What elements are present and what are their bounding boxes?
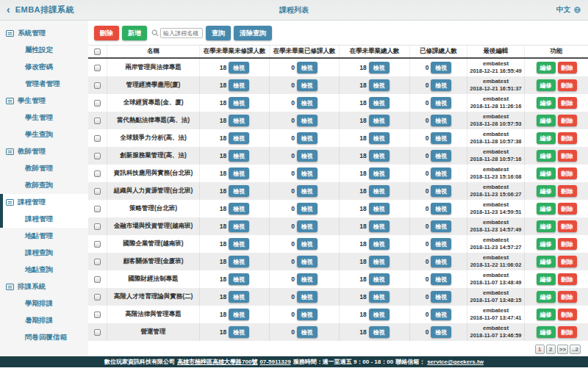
view-button[interactable]: 檢視 bbox=[229, 62, 249, 73]
view-button[interactable]: 檢視 bbox=[431, 273, 451, 285]
row-checkbox[interactable] bbox=[94, 311, 101, 318]
delete-button[interactable]: 刪除 bbox=[558, 115, 577, 126]
add-course-button[interactable]: 新增 bbox=[122, 26, 147, 40]
view-button[interactable]: 檢視 bbox=[431, 115, 451, 126]
sidebar-section-系統管理[interactable]: 系統管理 bbox=[0, 25, 88, 42]
view-button[interactable]: 檢視 bbox=[431, 132, 451, 144]
page-button-2[interactable]: 2 bbox=[546, 345, 556, 354]
view-button[interactable]: 檢視 bbox=[229, 220, 249, 232]
row-checkbox[interactable] bbox=[94, 118, 101, 124]
delete-button[interactable]: 刪除 bbox=[558, 238, 577, 250]
row-checkbox[interactable] bbox=[94, 294, 101, 300]
view-button[interactable]: 檢視 bbox=[229, 203, 249, 215]
view-button[interactable]: 檢視 bbox=[369, 256, 390, 267]
row-checkbox[interactable] bbox=[94, 65, 101, 71]
language-switch[interactable]: 中文 bbox=[556, 5, 570, 15]
sidebar-section-教師管理[interactable]: 教師管理 bbox=[0, 143, 88, 160]
edit-button[interactable]: 編修 bbox=[537, 203, 556, 215]
view-button[interactable]: 檢視 bbox=[369, 273, 390, 285]
edit-button[interactable]: 編修 bbox=[537, 62, 556, 73]
edit-button[interactable]: 編修 bbox=[537, 150, 556, 162]
view-button[interactable]: 檢視 bbox=[297, 97, 318, 109]
view-button[interactable]: 檢視 bbox=[297, 132, 318, 144]
delete-button[interactable]: 刪除 bbox=[558, 97, 577, 109]
clear-search-button[interactable]: 清除查詢 bbox=[234, 26, 272, 40]
view-button[interactable]: 檢視 bbox=[229, 238, 249, 250]
delete-button[interactable]: 刪除 bbox=[558, 150, 577, 162]
view-button[interactable]: 檢視 bbox=[229, 326, 249, 338]
edit-button[interactable]: 編修 bbox=[537, 185, 556, 197]
row-checkbox[interactable] bbox=[94, 276, 101, 283]
edit-button[interactable]: 編修 bbox=[537, 309, 556, 320]
sidebar-item-管理者管理[interactable]: 管理者管理 bbox=[0, 76, 88, 93]
delete-button[interactable]: 刪除 bbox=[558, 132, 577, 144]
edit-button[interactable]: 編修 bbox=[537, 97, 556, 109]
delete-button[interactable]: 刪除 bbox=[558, 168, 577, 179]
view-button[interactable]: 檢視 bbox=[297, 238, 318, 250]
sidebar-item-教師管理[interactable]: 教師管理 bbox=[0, 160, 88, 177]
edit-button[interactable]: 編修 bbox=[537, 256, 556, 267]
sidebar-item-學生查詢[interactable]: 學生查詢 bbox=[0, 126, 88, 143]
view-button[interactable]: 檢視 bbox=[369, 97, 390, 109]
edit-button[interactable]: 編修 bbox=[537, 132, 556, 144]
delete-button[interactable]: 刪除 bbox=[558, 326, 577, 338]
edit-button[interactable]: 編修 bbox=[537, 79, 556, 91]
delete-button[interactable]: 刪除 bbox=[558, 185, 577, 197]
course-search-input[interactable] bbox=[160, 28, 203, 38]
sidebar-item-學期排課[interactable]: 學期排課 bbox=[0, 295, 88, 312]
back-icon[interactable]: ‹ bbox=[7, 4, 10, 15]
view-button[interactable]: 檢視 bbox=[229, 97, 249, 109]
view-button[interactable]: 檢視 bbox=[229, 185, 249, 197]
page-button->>[interactable]: >> bbox=[557, 345, 568, 354]
sidebar-item-屬性設定[interactable]: 屬性設定 bbox=[0, 42, 88, 59]
view-button[interactable]: 檢視 bbox=[369, 62, 390, 73]
view-button[interactable]: 檢視 bbox=[431, 79, 451, 91]
row-checkbox[interactable] bbox=[94, 259, 101, 265]
row-checkbox[interactable] bbox=[94, 153, 101, 159]
view-button[interactable]: 檢視 bbox=[431, 185, 451, 197]
row-checkbox[interactable] bbox=[94, 100, 101, 107]
view-button[interactable]: 檢視 bbox=[297, 62, 318, 73]
view-button[interactable]: 檢視 bbox=[369, 185, 390, 197]
view-button[interactable]: 檢視 bbox=[229, 168, 249, 179]
sidebar-section-課程管理[interactable]: 課程管理 bbox=[0, 194, 88, 211]
sidebar-section-排課系統[interactable]: 排課系統 bbox=[0, 278, 88, 295]
edit-button[interactable]: 編修 bbox=[537, 220, 556, 232]
select-all-checkbox[interactable] bbox=[94, 48, 101, 55]
view-button[interactable]: 檢視 bbox=[369, 291, 390, 303]
delete-button[interactable]: 刪除 bbox=[558, 273, 577, 285]
view-button[interactable]: 檢視 bbox=[431, 326, 451, 338]
edit-button[interactable]: 編修 bbox=[537, 291, 556, 303]
view-button[interactable]: 檢視 bbox=[369, 150, 390, 162]
view-button[interactable]: 檢視 bbox=[369, 220, 390, 232]
view-button[interactable]: 檢視 bbox=[229, 273, 249, 285]
delete-button[interactable]: 刪除 bbox=[558, 203, 577, 215]
sidebar-item-地點查詢[interactable]: 地點查詢 bbox=[0, 262, 88, 278]
view-button[interactable]: 檢視 bbox=[297, 291, 318, 303]
delete-button[interactable]: 刪除 bbox=[558, 309, 577, 320]
view-button[interactable]: 檢視 bbox=[229, 150, 249, 162]
view-button[interactable]: 檢視 bbox=[369, 168, 390, 179]
row-checkbox[interactable] bbox=[94, 223, 101, 230]
view-button[interactable]: 檢視 bbox=[297, 220, 318, 232]
view-button[interactable]: 檢視 bbox=[431, 203, 451, 215]
footer-phone-link[interactable]: 07-5911329 bbox=[259, 359, 290, 365]
sidebar-item-學生管理[interactable]: 學生管理 bbox=[0, 109, 88, 126]
edit-button[interactable]: 編修 bbox=[537, 115, 556, 126]
edit-button[interactable]: 編修 bbox=[537, 238, 556, 250]
view-button[interactable]: 檢視 bbox=[369, 115, 390, 126]
view-button[interactable]: 檢視 bbox=[229, 115, 249, 126]
view-button[interactable]: 檢視 bbox=[297, 185, 318, 197]
view-button[interactable]: 檢視 bbox=[297, 168, 318, 179]
page-button-..2[interactable]: ..2 bbox=[570, 345, 581, 354]
view-button[interactable]: 檢視 bbox=[229, 291, 249, 303]
globe-icon[interactable] bbox=[574, 7, 581, 13]
view-button[interactable]: 檢視 bbox=[431, 238, 451, 250]
delete-button[interactable]: 刪除 bbox=[558, 220, 577, 232]
view-button[interactable]: 檢視 bbox=[229, 132, 249, 144]
row-checkbox[interactable] bbox=[94, 329, 101, 336]
sidebar-item-地點管理[interactable]: 地點管理 bbox=[0, 228, 88, 245]
view-button[interactable]: 檢視 bbox=[431, 256, 451, 267]
view-button[interactable]: 檢視 bbox=[431, 291, 451, 303]
footer-address-link[interactable]: 高雄市楠梓區高雄大學路700號 bbox=[177, 358, 257, 366]
